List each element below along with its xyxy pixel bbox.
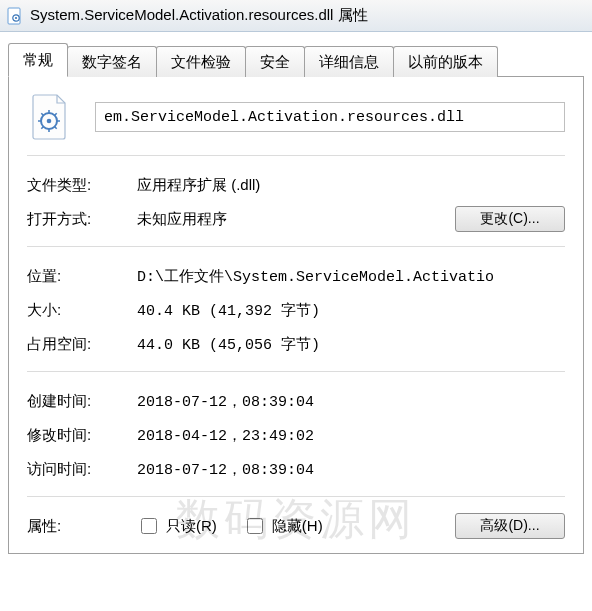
tab-details[interactable]: 详细信息	[304, 46, 394, 77]
file-type-label: 文件类型:	[27, 176, 127, 195]
tab-general[interactable]: 常规	[8, 43, 68, 77]
window-titlebar: System.ServiceModel.Activation.resources…	[0, 0, 592, 32]
separator	[27, 496, 565, 497]
modified-value: 2018-04-12，23:49:02	[137, 426, 565, 445]
tab-previous-versions[interactable]: 以前的版本	[393, 46, 498, 77]
modified-label: 修改时间:	[27, 426, 127, 445]
advanced-button-label: 高级(D)...	[480, 517, 539, 533]
tab-security[interactable]: 安全	[245, 46, 305, 77]
window-title-icon	[6, 7, 24, 25]
tab-general-label: 常规	[23, 51, 53, 68]
tab-file-check-label: 文件检验	[171, 53, 231, 70]
opens-with-label: 打开方式:	[27, 210, 127, 229]
separator	[27, 155, 565, 156]
created-value: 2018-07-12，08:39:04	[137, 392, 565, 411]
size-on-disk-label: 占用空间:	[27, 335, 127, 354]
size-value: 40.4 KB (41,392 字节)	[137, 301, 565, 320]
readonly-checkbox[interactable]: 只读(R)	[137, 515, 217, 537]
filename-input[interactable]	[95, 102, 565, 132]
window-title: System.ServiceModel.Activation.resources…	[30, 6, 368, 25]
accessed-label: 访问时间:	[27, 460, 127, 479]
tab-previous-versions-label: 以前的版本	[408, 53, 483, 70]
tab-digital-signatures[interactable]: 数字签名	[67, 46, 157, 77]
size-on-disk-value: 44.0 KB (45,056 字节)	[137, 335, 565, 354]
separator	[27, 246, 565, 247]
accessed-value: 2018-07-12，08:39:04	[137, 460, 565, 479]
general-panel: 文件类型: 应用程序扩展 (.dll) 打开方式: 未知应用程序 更改(C)..…	[8, 77, 584, 554]
svg-point-4	[47, 119, 52, 124]
location-label: 位置:	[27, 267, 127, 286]
file-type-value: 应用程序扩展 (.dll)	[137, 176, 565, 195]
file-type-icon	[27, 93, 75, 141]
hidden-checkbox-input[interactable]	[247, 518, 263, 534]
hidden-checkbox-label: 隐藏(H)	[272, 517, 323, 536]
readonly-checkbox-label: 只读(R)	[166, 517, 217, 536]
tab-details-label: 详细信息	[319, 53, 379, 70]
location-value: D:\工作文件\System.ServiceModel.Activatio	[137, 267, 565, 286]
opens-with-value: 未知应用程序	[137, 210, 445, 229]
tab-file-check[interactable]: 文件检验	[156, 46, 246, 77]
attributes-label: 属性:	[27, 517, 127, 536]
tab-strip: 常规 数字签名 文件检验 安全 详细信息 以前的版本	[8, 42, 584, 77]
size-label: 大小:	[27, 301, 127, 320]
hidden-checkbox[interactable]: 隐藏(H)	[243, 515, 323, 537]
tab-digital-signatures-label: 数字签名	[82, 53, 142, 70]
advanced-button[interactable]: 高级(D)...	[455, 513, 565, 539]
created-label: 创建时间:	[27, 392, 127, 411]
change-button-label: 更改(C)...	[480, 210, 539, 226]
change-button[interactable]: 更改(C)...	[455, 206, 565, 232]
separator	[27, 371, 565, 372]
tab-security-label: 安全	[260, 53, 290, 70]
readonly-checkbox-input[interactable]	[141, 518, 157, 534]
svg-point-2	[15, 16, 17, 18]
